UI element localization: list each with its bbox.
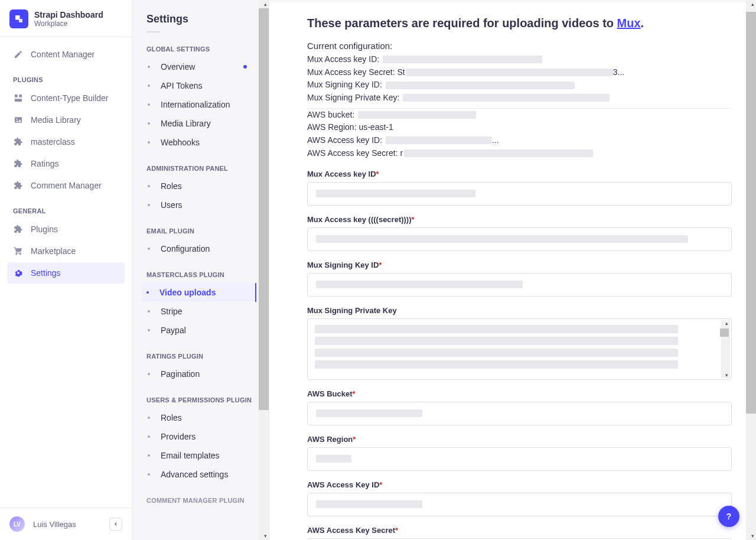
scrollbar-thumb[interactable]	[259, 8, 269, 410]
subnav-up-advanced[interactable]: Advanced settings	[146, 465, 259, 484]
nav-media-library[interactable]: Media Library	[7, 109, 125, 131]
subnav-stripe[interactable]: Stripe	[146, 302, 259, 321]
subnav-media-library[interactable]: Media Library	[146, 114, 259, 133]
cfg-aws-access-key-secret: AWS Access key Secret: r	[307, 147, 732, 160]
subnav-scrollbar[interactable]: ▴ ▾	[259, 0, 269, 540]
nav-label: Ratings	[31, 159, 58, 168]
layout-icon	[13, 93, 24, 103]
subnav-up-providers[interactable]: Providers	[146, 427, 259, 446]
sidebar-footer: LV Luis Villegas	[0, 508, 132, 540]
subnav-api-tokens[interactable]: API Tokens	[146, 76, 259, 95]
brand-title: Strapi Dashboard	[34, 10, 103, 19]
collapse-sidebar-button[interactable]	[109, 518, 122, 531]
label-aws-access-key-secret: AWS Access Key Secret*	[307, 526, 732, 535]
scroll-down-arrow-icon[interactable]: ▾	[751, 533, 754, 539]
svg-rect-2	[15, 95, 18, 97]
subnav-section-commentmgr: COMMENT MANAGER PLUGIN	[146, 497, 259, 504]
nav-label: masterclass	[31, 137, 75, 147]
subnav-i18n[interactable]: Internationalization	[146, 95, 259, 114]
nav-masterclass[interactable]: masterclass	[7, 131, 125, 152]
svg-rect-3	[19, 95, 22, 97]
cart-icon	[13, 246, 24, 256]
cfg-aws-bucket: AWS bucket:	[307, 109, 732, 122]
nav-label: Plugins	[31, 225, 58, 234]
gear-icon	[13, 268, 24, 278]
subnav-webhooks[interactable]: Webhooks	[146, 133, 259, 152]
label-mux-signing-private-key: Mux Signing Private Key	[307, 306, 732, 315]
cfg-aws-region: AWS Region: us-east-1	[307, 121, 732, 134]
input-mux-access-key-id[interactable]	[307, 182, 732, 206]
nav-content-manager[interactable]: Content Manager	[7, 44, 125, 65]
subnav-admin-roles[interactable]: Roles	[146, 177, 259, 196]
subnav-section-masterclass: MASTERCLASS PLUGIN	[146, 271, 259, 278]
strapi-logo-icon	[9, 9, 28, 28]
current-config-title: Current configuration:	[307, 41, 732, 51]
cfg-mux-signing-key-id: Mux Signing Key ID:	[307, 79, 732, 92]
notification-dot-icon	[243, 65, 247, 69]
input-aws-access-key-id[interactable]	[307, 493, 732, 516]
subnav-section-email: EMAIL PLUGIN	[146, 227, 259, 235]
nav-content-type-builder[interactable]: Content-Type Builder	[7, 87, 125, 109]
puzzle-icon	[13, 158, 24, 169]
subnav-up-roles[interactable]: Roles	[146, 408, 259, 427]
nav-comment-manager[interactable]: Comment Manager	[7, 175, 125, 196]
brand-header: Strapi Dashboard Workplace	[0, 0, 132, 37]
label-aws-access-key-id: AWS Access Key ID*	[307, 480, 732, 489]
scroll-up-arrow-icon[interactable]: ▴	[751, 1, 754, 7]
nav-label: Content-Type Builder	[31, 93, 109, 103]
mux-link[interactable]: Mux	[617, 17, 641, 30]
image-icon	[13, 115, 24, 125]
help-button[interactable]: ?	[718, 506, 739, 527]
section-general: GENERAL	[7, 197, 125, 218]
subnav-section-global: GLOBAL SETTINGS	[146, 45, 259, 53]
settings-subnav: ▴ ▾ Settings GLOBAL SETTINGS Overview AP…	[132, 0, 269, 540]
user-name: Luis Villegas	[33, 520, 76, 529]
subnav-up-email-templates[interactable]: Email templates	[146, 446, 259, 465]
input-aws-bucket[interactable]	[307, 402, 732, 425]
scroll-down-arrow-icon[interactable]: ▾	[264, 533, 267, 539]
input-mux-signing-key-id[interactable]	[307, 273, 732, 297]
subnav-email-config[interactable]: Configuration	[146, 239, 259, 258]
label-mux-access-key-secret: Mux Access key ((((secret))))*	[307, 215, 732, 224]
input-mux-access-key-secret[interactable]	[307, 227, 732, 251]
svg-point-6	[16, 119, 17, 120]
label-mux-signing-key-id: Mux Signing Key ID*	[307, 261, 732, 269]
nav-label: Settings	[31, 268, 61, 278]
nav-settings[interactable]: Settings	[7, 262, 125, 284]
input-aws-region[interactable]	[307, 447, 732, 471]
puzzle-icon	[13, 180, 24, 191]
subnav-pagination[interactable]: Pagination	[146, 365, 259, 383]
main-scrollbar[interactable]: ▴ ▾	[746, 0, 756, 540]
scroll-up-arrow-icon[interactable]: ▴	[264, 1, 267, 7]
textarea-mux-signing-private-key[interactable]: ▴ ▾	[307, 318, 732, 380]
label-mux-access-key-id: Mux Access key ID*	[307, 170, 732, 178]
main-content: ▴ ▾ These parameters are required for up…	[269, 0, 756, 540]
nav-label: Media Library	[31, 115, 81, 125]
subnav-video-uploads[interactable]: Video uploads	[142, 283, 256, 302]
subnav-admin-users[interactable]: Users	[146, 196, 259, 214]
nav-label: Comment Manager	[31, 181, 102, 190]
page-heading: These parameters are required for upload…	[307, 17, 732, 30]
cfg-aws-access-key-id: AWS Access key ID: ...	[307, 134, 732, 147]
cfg-mux-access-key-id: Mux Access key ID:	[307, 53, 732, 66]
pen-icon	[13, 49, 24, 60]
subnav-overview[interactable]: Overview	[146, 57, 259, 76]
scrollbar-thumb[interactable]	[746, 12, 756, 414]
subnav-section-usersperm: USERS & PERMISSIONS PLUGIN	[146, 396, 259, 404]
puzzle-icon	[13, 136, 24, 147]
label-aws-region: AWS Region*	[307, 435, 732, 444]
subnav-paypal[interactable]: Paypal	[146, 321, 259, 340]
subnav-section-admin: ADMINISTRATION PANEL	[146, 165, 259, 172]
nav-ratings[interactable]: Ratings	[7, 153, 125, 174]
puzzle-icon	[13, 224, 24, 235]
nav-label: Content Manager	[31, 50, 94, 59]
nav-label: Marketplace	[31, 246, 76, 256]
input-aws-access-key-secret[interactable]	[307, 538, 732, 541]
cfg-mux-signing-private-key: Mux Signing Private Key:	[307, 92, 732, 105]
avatar[interactable]: LV	[9, 516, 25, 532]
svg-rect-4	[15, 99, 22, 102]
nav-plugins[interactable]: Plugins	[7, 219, 125, 240]
main-sidebar: Strapi Dashboard Workplace Content Manag…	[0, 0, 132, 540]
nav-marketplace[interactable]: Marketplace	[7, 240, 125, 262]
textarea-scrollbar[interactable]: ▴ ▾	[721, 320, 730, 378]
